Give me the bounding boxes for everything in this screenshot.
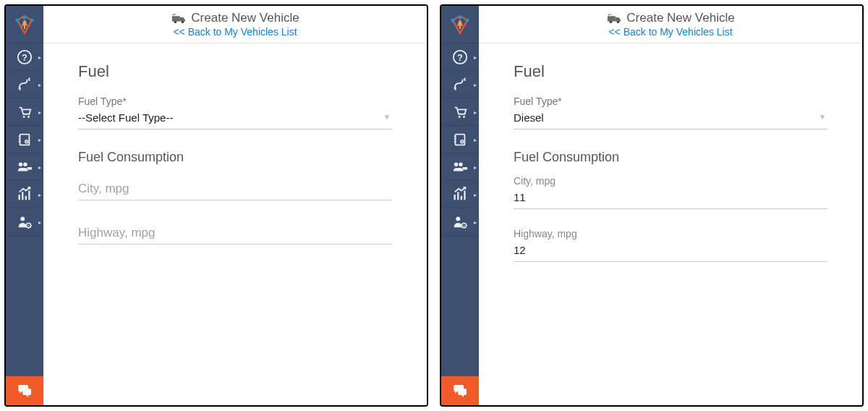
svg-point-6 bbox=[27, 115, 30, 117]
fuel-type-select[interactable]: Diesel ▼ bbox=[514, 109, 827, 130]
chat-button[interactable] bbox=[6, 376, 43, 405]
svg-point-34 bbox=[463, 169, 464, 171]
svg-point-0 bbox=[23, 15, 27, 19]
svg-rect-12 bbox=[27, 167, 32, 170]
svg-point-17 bbox=[28, 224, 30, 226]
dropdown-caret-icon: ▼ bbox=[819, 113, 826, 121]
nav-routes[interactable]: ▸ bbox=[6, 71, 43, 98]
chevron-right-icon: ▸ bbox=[474, 136, 477, 143]
svg-point-15 bbox=[20, 216, 25, 221]
svg-rect-33 bbox=[463, 167, 467, 170]
svg-point-9 bbox=[26, 141, 27, 142]
form: Fuel Fuel Type* Diesel ▼ Fuel Consumptio… bbox=[479, 43, 862, 295]
addressbook-icon bbox=[17, 132, 33, 148]
page-title: Create New Vehicle bbox=[626, 11, 734, 25]
nav-team[interactable]: ▸ bbox=[6, 153, 43, 181]
content-area: Create New Vehicle << Back to My Vehicle… bbox=[43, 6, 427, 405]
chevron-right-icon: ▸ bbox=[38, 219, 41, 225]
svg-point-5 bbox=[23, 115, 25, 117]
section-fuel-heading: Fuel bbox=[514, 62, 827, 81]
field-highway-mpg: Highway, mpg bbox=[514, 228, 827, 262]
section-consumption-heading: Fuel Consumption bbox=[78, 150, 392, 165]
help-icon: ? bbox=[452, 49, 468, 65]
nav-help[interactable]: ? ▸ bbox=[441, 43, 479, 71]
svg-point-10 bbox=[19, 162, 23, 166]
nav-addressbook[interactable]: ▸ bbox=[6, 126, 43, 153]
chevron-right-icon: ▸ bbox=[474, 54, 477, 60]
chevron-right-icon: ▸ bbox=[38, 81, 41, 88]
admin-icon bbox=[452, 214, 468, 230]
section-fuel-heading: Fuel bbox=[78, 62, 392, 81]
content-area: Create New Vehicle << Back to My Vehicle… bbox=[479, 6, 862, 405]
app-logo[interactable] bbox=[6, 6, 43, 43]
svg-rect-18 bbox=[172, 16, 180, 21]
chevron-right-icon: ▸ bbox=[38, 136, 41, 143]
svg-point-14 bbox=[30, 169, 32, 171]
fuel-type-value: --Select Fuel Type-- bbox=[78, 111, 173, 124]
highway-mpg-input[interactable] bbox=[78, 226, 392, 239]
chat-icon bbox=[16, 383, 33, 399]
team-icon bbox=[16, 159, 33, 175]
nav-admin[interactable]: ▸ bbox=[6, 208, 43, 236]
svg-point-36 bbox=[456, 216, 460, 221]
field-city-mpg: City, mpg bbox=[514, 175, 827, 209]
nav-routes[interactable]: ▸ bbox=[441, 71, 479, 98]
svg-point-35 bbox=[466, 169, 467, 171]
svg-rect-7 bbox=[20, 134, 30, 145]
city-mpg-input[interactable] bbox=[514, 191, 827, 203]
svg-rect-28 bbox=[456, 134, 465, 145]
nav-orders[interactable]: ▸ bbox=[6, 98, 43, 126]
panel-left: ? ▸ ▸ ▸ ▸ ▸ ▸ ▸ bbox=[4, 4, 428, 407]
nav-analytics[interactable]: ▸ bbox=[441, 181, 479, 208]
fuel-type-label: Fuel Type* bbox=[514, 96, 827, 107]
addressbook-icon bbox=[452, 132, 468, 148]
nav-analytics[interactable]: ▸ bbox=[6, 181, 43, 208]
topbar: Create New Vehicle << Back to My Vehicle… bbox=[479, 6, 862, 43]
chevron-right-icon: ▸ bbox=[474, 109, 477, 115]
analytics-icon bbox=[17, 187, 33, 203]
chevron-right-icon: ▸ bbox=[474, 191, 477, 198]
panel-right: ? ▸ ▸ ▸ ▸ ▸ ▸ ▸ bbox=[440, 4, 864, 407]
back-link[interactable]: << Back to My Vehicles List bbox=[608, 26, 732, 38]
svg-text:?: ? bbox=[22, 51, 27, 62]
nav-admin[interactable]: ▸ bbox=[441, 208, 479, 236]
sidebar: ? ▸ ▸ ▸ ▸ ▸ ▸ ▸ bbox=[6, 6, 43, 405]
highway-mpg-label: Highway, mpg bbox=[514, 228, 827, 240]
nav-help[interactable]: ? ▸ bbox=[6, 43, 43, 71]
city-mpg-label: City, mpg bbox=[514, 175, 827, 187]
fuel-type-select[interactable]: --Select Fuel Type-- ▼ bbox=[78, 109, 392, 130]
logo-icon bbox=[448, 13, 472, 36]
svg-point-30 bbox=[461, 141, 462, 142]
field-fuel-type: Fuel Type* --Select Fuel Type-- ▼ bbox=[78, 96, 392, 130]
cart-icon bbox=[17, 104, 33, 120]
topbar: Create New Vehicle << Back to My Vehicle… bbox=[43, 6, 427, 43]
svg-point-38 bbox=[464, 224, 465, 226]
field-fuel-type: Fuel Type* Diesel ▼ bbox=[514, 96, 827, 130]
svg-point-32 bbox=[459, 162, 463, 166]
page-title: Create New Vehicle bbox=[191, 11, 299, 25]
field-highway-mpg bbox=[78, 219, 392, 245]
admin-icon bbox=[17, 214, 33, 230]
highway-mpg-input[interactable] bbox=[514, 244, 827, 256]
svg-point-11 bbox=[23, 162, 27, 166]
logo-icon bbox=[13, 13, 36, 36]
svg-rect-39 bbox=[608, 16, 616, 21]
svg-point-20 bbox=[182, 21, 184, 24]
nav-team[interactable]: ▸ bbox=[441, 153, 479, 181]
app-logo[interactable] bbox=[441, 6, 479, 43]
chevron-right-icon: ▸ bbox=[474, 219, 477, 225]
city-mpg-input[interactable] bbox=[78, 182, 392, 195]
chat-icon bbox=[451, 383, 469, 399]
svg-point-23 bbox=[451, 18, 455, 22]
page-title-row: Create New Vehicle bbox=[606, 11, 734, 25]
svg-point-22 bbox=[466, 18, 469, 22]
svg-point-26 bbox=[459, 115, 461, 117]
dropdown-caret-icon: ▼ bbox=[383, 113, 391, 121]
chat-button[interactable] bbox=[441, 376, 479, 405]
nav-orders[interactable]: ▸ bbox=[441, 98, 479, 126]
svg-point-27 bbox=[463, 115, 465, 117]
analytics-icon bbox=[452, 187, 468, 203]
back-link[interactable]: << Back to My Vehicles List bbox=[173, 26, 297, 38]
routes-icon bbox=[452, 77, 468, 93]
nav-addressbook[interactable]: ▸ bbox=[441, 126, 479, 153]
